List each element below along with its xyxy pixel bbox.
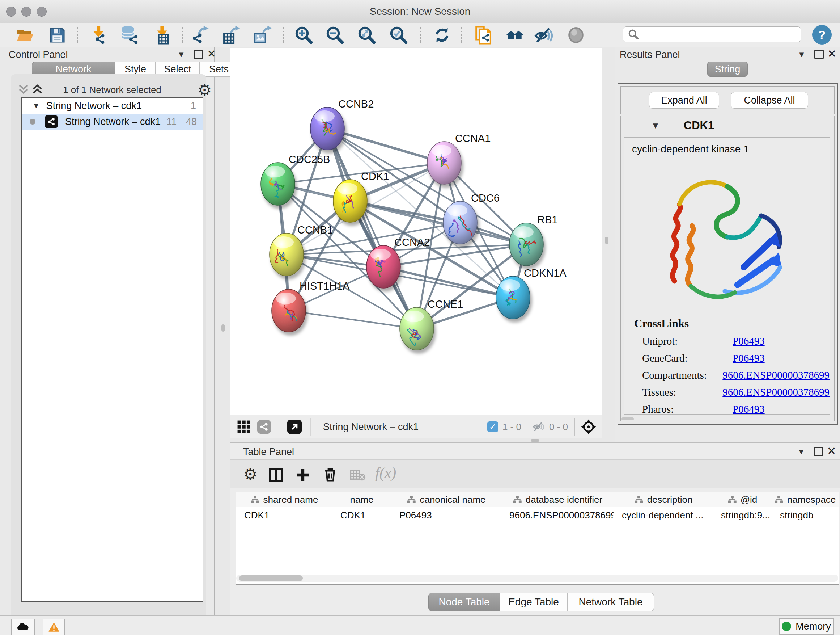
column-header-canonical-name[interactable]: canonical name [392, 492, 501, 507]
collapse-all-icon[interactable] [17, 84, 30, 95]
export-table-icon[interactable] [221, 25, 241, 45]
export-network-icon[interactable] [189, 25, 210, 45]
crosslink-row: Uniprot:P06493 [642, 335, 829, 347]
import-network-from-database-icon[interactable] [119, 25, 139, 45]
network-node-cdk1[interactable] [333, 180, 367, 222]
zoom-out-icon[interactable] [325, 25, 345, 45]
import-table-icon[interactable] [152, 25, 172, 45]
network-node-count: 11 [166, 116, 177, 127]
window-title: Session: New Session [0, 6, 840, 17]
share-view-icon[interactable] [257, 420, 271, 434]
network-node-ccna1[interactable] [427, 141, 461, 184]
tab-string[interactable]: String [707, 62, 748, 77]
network-collection-row[interactable]: ▼ String Network – cdk1 1 [22, 98, 202, 114]
network-node-ccnb1[interactable] [270, 233, 303, 276]
crosslink-link[interactable]: 9606.ENSP00000378699 [722, 369, 829, 381]
column-type-icon [407, 495, 416, 504]
left-splitter-handle[interactable] [221, 325, 225, 332]
show-columns-icon[interactable] [269, 468, 283, 482]
detach-view-icon[interactable] [287, 420, 302, 434]
tab-network-table[interactable]: Network Table [567, 593, 654, 611]
network-edge[interactable] [289, 310, 417, 329]
network-row[interactable]: String Network – cdk1 11 48 [22, 114, 202, 130]
column-header--id[interactable]: @id [713, 492, 772, 507]
network-node-ccna2[interactable] [366, 245, 401, 288]
close-panel-icon[interactable]: ✕ [207, 50, 216, 57]
network-node-ccne1[interactable] [400, 307, 434, 350]
new-network-from-selection-icon[interactable] [473, 25, 493, 45]
refresh-icon[interactable] [432, 25, 452, 45]
network-edge[interactable] [327, 128, 444, 163]
collapse-all-button[interactable]: Collapse All [731, 92, 808, 109]
crosslink-link[interactable]: 9606.ENSP00000378699 [722, 386, 829, 398]
table-hscroll-thumb[interactable] [239, 575, 303, 581]
right-splitter-handle[interactable] [605, 237, 608, 244]
close-panel-icon[interactable]: ✕ [827, 448, 836, 455]
section-collapse-icon[interactable]: ▼ [651, 120, 660, 131]
crosslink-link[interactable]: P06493 [733, 335, 765, 347]
network-node-hist1h1a[interactable] [272, 289, 306, 332]
column-header-description[interactable]: description [614, 492, 713, 507]
gene-section-header[interactable]: ▼ CDK1 [621, 116, 834, 135]
expand-all-button[interactable]: Expand All [649, 92, 719, 109]
horizontal-splitter-handle[interactable] [531, 439, 539, 442]
network-canvas[interactable]: CCNB2CCNA1CDC25BCDK1CDC6RB1CCNB1CCNA2CDK… [231, 48, 602, 415]
add-column-icon[interactable] [295, 468, 310, 482]
node-highlight [337, 183, 357, 195]
column-header-database-identifier[interactable]: database identifier [501, 492, 614, 507]
maximize-panel-icon[interactable] [814, 50, 824, 59]
tab-edge-table[interactable]: Edge Table [500, 593, 567, 611]
network-options-gear-icon[interactable]: ⚙ [197, 81, 212, 99]
warnings-button[interactable] [43, 619, 65, 635]
float-panel-icon[interactable]: ▼ [177, 50, 185, 59]
table-settings-gear-icon[interactable]: ⚙ [240, 464, 260, 484]
expand-all-icon[interactable] [31, 84, 43, 95]
table-row[interactable]: CDK1CDK1P064939606.ENSP00000378699cyclin… [236, 507, 839, 523]
first-neighbors-icon[interactable] [505, 25, 525, 45]
tab-node-table[interactable]: Node Table [428, 593, 500, 611]
delete-column-icon[interactable] [323, 467, 338, 482]
network-node-cdc25b[interactable] [261, 163, 295, 205]
delete-table-icon [350, 469, 366, 481]
network-view-toolbar: String Network – cdk1 ✓ 1 - 0 0 - 0 [231, 415, 602, 439]
float-panel-icon[interactable]: ▼ [797, 447, 805, 456]
column-header-shared-name[interactable]: shared name [236, 492, 332, 507]
close-panel-icon[interactable]: ✕ [827, 50, 836, 57]
hide-selected-icon[interactable] [534, 25, 554, 45]
results-hscroll-thumb[interactable] [622, 417, 634, 420]
network-edge-count: 48 [186, 116, 197, 127]
birdseye-navigator-icon[interactable] [581, 419, 597, 435]
zoom-selected-icon[interactable] [388, 25, 409, 45]
zoom-fit-icon[interactable] [357, 25, 377, 45]
selected-checkbox-icon[interactable]: ✓ [487, 421, 498, 432]
column-header-namespace[interactable]: namespace [772, 492, 838, 507]
cloud-status-button[interactable] [11, 619, 35, 635]
column-header-name[interactable]: name [332, 492, 392, 507]
node-label-rb1: RB1 [537, 214, 557, 226]
zoom-in-icon[interactable] [294, 25, 314, 45]
help-button[interactable]: ? [812, 25, 832, 44]
float-panel-icon[interactable]: ▼ [798, 50, 806, 59]
maximize-panel-icon[interactable] [194, 50, 203, 59]
network-node-cdc6[interactable] [443, 201, 477, 244]
network-edge[interactable] [327, 128, 417, 329]
column-header-label: database identifier [526, 494, 602, 505]
table-hscrollbar[interactable] [236, 575, 838, 582]
open-session-icon[interactable] [15, 25, 35, 45]
grid-mode-icon[interactable] [237, 420, 251, 434]
export-image-icon[interactable] [253, 25, 273, 45]
search-input[interactable] [622, 27, 801, 42]
show-all-icon[interactable] [566, 25, 586, 45]
network-node-rb1[interactable] [509, 223, 543, 266]
import-network-icon[interactable] [88, 25, 108, 45]
crosslink-link[interactable]: P06493 [733, 403, 765, 415]
maximize-panel-icon[interactable] [814, 447, 823, 456]
network-node-cdkn1a[interactable] [496, 276, 530, 319]
network-node-ccnb2[interactable] [310, 107, 344, 150]
crosslink-label: Uniprot: [642, 335, 733, 347]
crosslink-link[interactable]: P06493 [733, 352, 765, 364]
save-session-icon[interactable] [47, 25, 67, 45]
collection-collapse-icon[interactable]: ▼ [33, 102, 40, 110]
memory-button[interactable]: Memory [779, 618, 834, 635]
node-label-ccna1: CCNA1 [455, 133, 491, 144]
